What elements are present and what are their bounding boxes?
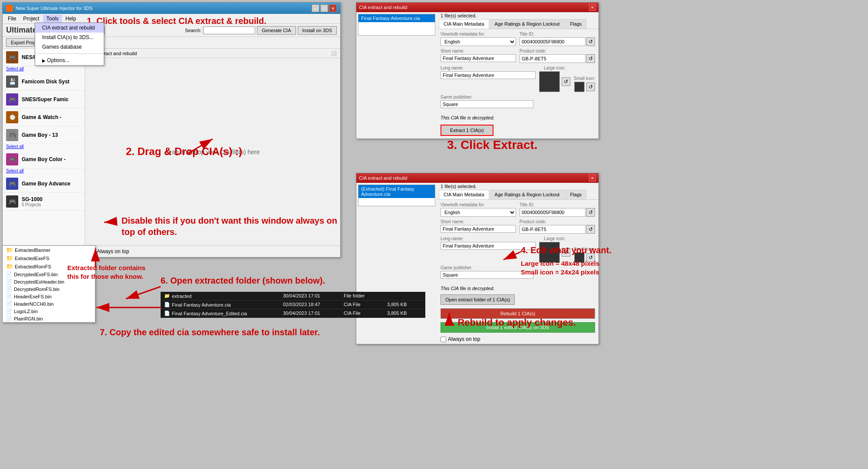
- dropdown-cia-extract-label: CIA extract and rebuild: [42, 25, 95, 31]
- product-refresh-bottom[interactable]: ↺: [586, 225, 595, 234]
- small-icon-image[interactable]: [574, 82, 585, 92]
- dropdown-options[interactable]: ▶ Options...: [35, 56, 104, 65]
- publisher-input-top[interactable]: [441, 100, 533, 108]
- close-button[interactable]: ✕: [329, 4, 337, 12]
- sidebar-item-gbc[interactable]: 🎮 Game Boy Color - Select all: [3, 151, 85, 175]
- open-extract-button[interactable]: Open extract folder of 1 CIA(s): [441, 294, 515, 305]
- gba-icon: 🎮: [6, 178, 18, 190]
- file-header-ncch0[interactable]: 📄 HeaderNCCH0.bin: [3, 300, 95, 307]
- file-logo-lz[interactable]: 📄 LogoLZ.bin: [3, 307, 95, 315]
- app-icon: [6, 5, 13, 12]
- cia-right-panel-top: 1 file(s) selected. CIA Main Metadata Ag…: [437, 12, 598, 139]
- tab-main-metadata-top[interactable]: CIA Main Metadata: [439, 19, 489, 29]
- tab-flags-top[interactable]: Flags: [565, 19, 586, 29]
- small-icon-row: ↺: [574, 82, 595, 92]
- cia-close-top[interactable]: ✕: [589, 4, 596, 11]
- file-decrypted-romfs[interactable]: 📄 DecryptedRomFS.bin: [3, 285, 95, 293]
- title-id-refresh-top[interactable]: ↺: [586, 37, 595, 46]
- publisher-input-bottom[interactable]: [441, 271, 533, 279]
- files-table-row-3[interactable]: 📄 Final Fantasy Adventure_Edited.cia 30/…: [161, 309, 425, 318]
- cia-status-top: 1 file(s) selected.: [437, 12, 598, 19]
- annotation-always-on-top: Disable this if you don't want this wind…: [122, 215, 339, 238]
- language-select-top[interactable]: English: [441, 37, 516, 46]
- menu-file[interactable]: File: [4, 15, 20, 23]
- row2-date: 02/03/2023 18:47: [283, 302, 344, 307]
- maximize-button[interactable]: □: [320, 4, 328, 12]
- long-name-input-top[interactable]: [441, 71, 536, 79]
- dropdown-cia-extract[interactable]: CIA extract and rebuild: [35, 23, 104, 33]
- sg-count: 0 Projects: [22, 202, 81, 207]
- files-table-row-1[interactable]: 📁 extracted 30/04/2023 17:01 File folder: [161, 292, 425, 301]
- file-icon-row2: 📄: [164, 302, 170, 307]
- product-refresh-top[interactable]: ↺: [586, 54, 595, 63]
- tab-flags-bottom[interactable]: Flags: [565, 190, 586, 199]
- file-icon-3: 📄: [6, 286, 12, 292]
- title-id-label-bottom: Title ID:: [519, 202, 595, 207]
- file-icon-4: 📄: [6, 294, 12, 299]
- install-on-3ds-button[interactable]: Install on 3DS: [298, 26, 337, 35]
- large-icon-image[interactable]: [539, 71, 560, 92]
- sidebar-item-gba[interactable]: 🎮 Game Boy Advance: [3, 175, 85, 193]
- product-code-input-top[interactable]: [519, 54, 585, 63]
- form-col-language: View/edit metadata for: English: [441, 32, 516, 46]
- sidebar-item-gbc-inner: 🎮 Game Boy Color -: [3, 151, 85, 168]
- product-code-row-b: ↺: [519, 225, 595, 234]
- short-name-input-bottom[interactable]: [441, 225, 516, 233]
- file-name-1: DecryptedExeFS.bin: [14, 272, 58, 277]
- tab-age-ratings-top[interactable]: Age Ratings & Region Lockout: [490, 19, 565, 29]
- cia-file-list-bottom: (Extracted) Final Fantasy Adventure.cia: [358, 185, 435, 206]
- menu-help[interactable]: Help: [62, 15, 80, 23]
- main-titlebar: New Super Ultimate Injector for 3DS ─ □ …: [3, 3, 340, 14]
- title-id-input-bottom[interactable]: [519, 208, 585, 217]
- tab-main-metadata-bottom[interactable]: CIA Main Metadata: [439, 190, 489, 199]
- sidebar-item-sg[interactable]: 🎮 SG-1000 0 Projects: [3, 193, 85, 211]
- cia-close-bottom[interactable]: ✕: [589, 175, 596, 182]
- dropdown-games-label: Games database: [42, 44, 82, 50]
- sidebar-item-gw[interactable]: ⌚ Game & Watch -: [3, 109, 85, 126]
- title-id-refresh-bottom[interactable]: ↺: [586, 208, 595, 217]
- tools-dropdown: CIA extract and rebuild Install CIA(s) t…: [35, 23, 104, 66]
- cia-file-item-bottom[interactable]: (Extracted) Final Fantasy Adventure.cia: [358, 185, 435, 198]
- cia-file-item-top[interactable]: Final Fantasy Adventure.cia: [358, 14, 435, 22]
- small-icon-refresh[interactable]: ↺: [586, 83, 595, 91]
- file-plain-rgn[interactable]: 📄 PlainRGN.bin: [3, 315, 95, 322]
- title-id-input-top[interactable]: 0004000005F98800: [519, 37, 585, 46]
- form-col-shortname: Short name:: [441, 49, 516, 62]
- product-code-input-bottom[interactable]: [519, 225, 585, 234]
- form-col-product-b: Product code: ↺: [519, 219, 595, 234]
- minimize-button[interactable]: ─: [312, 4, 319, 12]
- folder-extracted-banner[interactable]: 📁 ExtractedBanner: [3, 246, 95, 254]
- large-icon-row: ↺: [539, 71, 570, 92]
- always-on-top-checkbox-bottom[interactable]: [441, 337, 446, 342]
- cia-info-bottom: This CIA file is decrypted.: [437, 284, 598, 293]
- sidebar-item-gb[interactable]: 🎮 Game Boy - 13 Select all: [3, 126, 85, 151]
- large-icon-refresh[interactable]: ↺: [562, 77, 570, 86]
- sidebar-item-fds-inner: 💾 Famicom Disk Syst: [3, 73, 85, 91]
- menu-tools[interactable]: Tools: [43, 15, 62, 23]
- language-select-bottom[interactable]: English: [441, 208, 516, 217]
- gbc-select-all[interactable]: Select all: [3, 168, 85, 175]
- always-on-top-bar: Always on top: [85, 245, 340, 257]
- nes-select-all[interactable]: Select all: [3, 66, 85, 73]
- sidebar-item-fds[interactable]: 💾 Famicom Disk Syst: [3, 73, 85, 91]
- dropdown-install-cias[interactable]: Install CIA(s) to 3DS...: [35, 33, 104, 42]
- folder-extracted-exefs[interactable]: 📁 ExtractedExeFS: [3, 254, 95, 262]
- tab-age-ratings-bottom[interactable]: Age Ratings & Region Lockout: [490, 190, 565, 199]
- gb-select-all[interactable]: Select all: [3, 144, 85, 151]
- sidebar-item-snes-inner: 🎮 SNES/Super Famic: [3, 91, 85, 109]
- sidebar-item-snes[interactable]: 🎮 SNES/Super Famic: [3, 91, 85, 109]
- annotation-step4: 4. Edit what you want.: [521, 245, 612, 255]
- dropdown-games-db[interactable]: Games database: [35, 42, 104, 52]
- sidebar-gbc-text: Game Boy Color -: [22, 156, 81, 162]
- form-col-titleid-b: Title ID: ↺: [519, 202, 595, 217]
- publisher-label-top: Game publisher:: [441, 95, 595, 99]
- form-col-shortname-b: Short name:: [441, 219, 516, 233]
- menu-project[interactable]: Project: [20, 15, 43, 23]
- scrollbar-toggle[interactable]: ⬜: [331, 50, 337, 56]
- files-table-row-2[interactable]: 📄 Final Fantasy Adventure.cia 02/03/2023…: [161, 301, 425, 309]
- extract-button[interactable]: Extract 1 CIA(s): [441, 125, 493, 136]
- short-name-input-top[interactable]: [441, 54, 516, 62]
- search-input[interactable]: [203, 26, 255, 34]
- file-header-exefs[interactable]: 📄 HeaderExeFS.bin: [3, 293, 95, 300]
- generate-cia-button[interactable]: Generate CIA: [257, 26, 296, 35]
